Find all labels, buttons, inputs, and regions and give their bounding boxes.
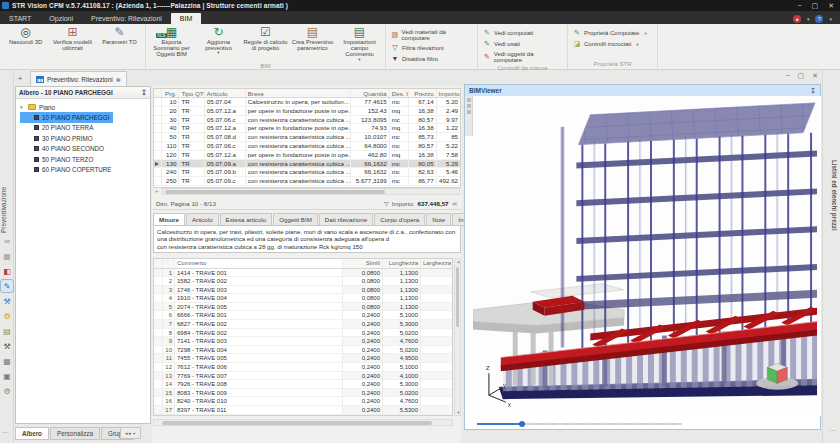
ribbon-tab[interactable]: BIM bbox=[171, 13, 201, 24]
estimate-row[interactable]: 30 TR 05.07.06.c con resistenza caratter… bbox=[154, 116, 460, 125]
estimate-row[interactable]: 20 TR 05.07.12.a per opere in fondazione… bbox=[154, 107, 460, 116]
bottom-tab[interactable]: Albero bbox=[15, 427, 49, 440]
ribbon-small-button[interactable]: ▨ Vedi materiali da computare bbox=[388, 28, 475, 42]
measure-row[interactable]: 4 1910 - TRAVE 004 0,0800 1,1300 bbox=[154, 294, 452, 303]
title-bar: STR Vision CPM v.5.7.41108.17 : (Azienda… bbox=[0, 0, 840, 11]
tab-nav-buttons[interactable]: ◂ ▸ + bbox=[120, 427, 141, 439]
minimize-icon[interactable]: − bbox=[797, 2, 801, 10]
measure-row[interactable]: 16 8240 - TRAVE 010 0,2400 4,7600 bbox=[154, 397, 452, 406]
estimate-row[interactable]: 240 TR 05.07.09.b con resistenza caratte… bbox=[154, 168, 460, 177]
ribbon-button[interactable]: ▦ XLS Esporta Sommario per Oggetti BIM bbox=[148, 25, 195, 62]
viewer-zoom-slider[interactable] bbox=[473, 418, 813, 429]
measure-row[interactable]: 8 6984 - TRAVE 002 0,2400 5,0200 bbox=[154, 329, 452, 338]
measure-row[interactable]: 6 6666 - TRAVE 001 0,2400 5,1000 bbox=[154, 311, 452, 320]
ribbon-small-button[interactable]: ✎ Vedi usati bbox=[480, 39, 565, 49]
right-panel-tab[interactable]: Listini ed elenchi prezzi bbox=[826, 160, 838, 320]
ribbon-button[interactable]: ☑ Regole di calcolo di progetto bbox=[242, 25, 289, 62]
bim-3d-canvas[interactable]: Z Y X bbox=[473, 96, 821, 416]
close-icon[interactable]: ✕ bbox=[828, 2, 834, 10]
groups-icon[interactable]: ▤ bbox=[1, 325, 13, 337]
ribbon-small-button[interactable]: ◪ Controlli incrociati ▾ bbox=[570, 39, 655, 49]
measure-row[interactable]: 11 7455 - TRAVE 005 0,2400 4,9500 bbox=[154, 354, 452, 363]
settings-icon[interactable]: ⚙ bbox=[1, 385, 13, 397]
ribbon-small-button[interactable]: ✎ Vedi oggetti da computare bbox=[480, 50, 565, 64]
grid-icon[interactable]: ▦ bbox=[1, 355, 13, 367]
ribbon-button[interactable]: ▤ Crea Preventivo parametrico bbox=[289, 25, 336, 62]
ribbon-button[interactable]: ↻ Aggiorna preventivo ▾ bbox=[195, 25, 242, 62]
ribbon-button[interactable]: ◎ Nascondi 3D bbox=[2, 25, 49, 60]
estimate-row[interactable]: 50 TR 05.07.08.d con resistenza caratter… bbox=[154, 133, 460, 142]
measure-row[interactable]: 5 2074 - TRAVE 005 0,0800 1,1300 bbox=[154, 303, 452, 312]
filter-icon[interactable]: ▽ bbox=[384, 200, 389, 207]
measure-row[interactable]: 12 7612 - TRAVE 006 0,2400 5,1000 bbox=[154, 363, 452, 372]
pane-maximize-icon[interactable]: ▢ bbox=[798, 72, 805, 80]
measures-hscrollbar[interactable] bbox=[153, 419, 453, 426]
link-icon[interactable]: ∞ bbox=[1, 235, 13, 247]
estimate-row[interactable]: 110 TR 05.07.06.c con resistenza caratte… bbox=[154, 142, 460, 151]
new-row-icon[interactable]: + bbox=[155, 188, 159, 194]
ribbon-small-button[interactable]: ▼ Disattiva filtro bbox=[388, 54, 475, 63]
tree-item[interactable]: 50 PIANO TERZO bbox=[20, 154, 150, 165]
pin-icon[interactable]: ↧ bbox=[810, 87, 816, 95]
ribbon-tab[interactable]: START bbox=[0, 13, 40, 24]
estimate-row[interactable]: 10 TR 05.07.04 Calcestruzzo in opera, pe… bbox=[154, 98, 460, 107]
estimate-hscrollbar[interactable] bbox=[162, 188, 460, 195]
measure-row[interactable]: 15 8083 - TRAVE 009 0,2400 5,0200 bbox=[154, 389, 452, 398]
crane-icon[interactable]: ⚒ bbox=[1, 295, 13, 307]
tree-item[interactable]: 30 PIANO PRIMO bbox=[20, 133, 150, 144]
pane-close-icon[interactable]: ✕ bbox=[812, 72, 818, 80]
estimate-row[interactable]: 130 TR 05.07.09.a con resistenza caratte… bbox=[154, 160, 460, 169]
image-icon[interactable]: ▣ bbox=[1, 370, 13, 382]
measure-row[interactable]: 17 8397 - TRAVE 011 0,2400 5,5300 bbox=[154, 406, 452, 415]
measure-row[interactable]: 7 6827 - TRAVE 002 0,2400 5,3000 bbox=[154, 320, 452, 329]
measure-row[interactable]: 2 1582 - TRAVE 002 0,0800 1,1300 bbox=[154, 277, 452, 286]
ribbon-tab[interactable]: Preventivo: Rilevazioni bbox=[82, 13, 171, 24]
chevron-down-icon[interactable]: ▾ bbox=[807, 16, 810, 22]
red-building-icon[interactable]: ◧ bbox=[1, 265, 13, 277]
ribbon-button[interactable]: ✎ Parametri TO bbox=[96, 25, 143, 60]
measure-row[interactable]: 1 1414 - TRAVE 001 0,0800 1,1300 bbox=[154, 269, 452, 278]
ribbon-small-button[interactable]: ▽ Filtra rilevazioni bbox=[388, 43, 475, 53]
pin-icon[interactable]: ↧ bbox=[141, 89, 147, 97]
resources-icon[interactable]: ⚙ bbox=[1, 310, 13, 322]
help-icon[interactable]: ? bbox=[815, 15, 823, 23]
slider-thumb[interactable] bbox=[519, 421, 525, 427]
ribbon-button[interactable]: ▤ Impostazioni campo Commento ▾ bbox=[336, 25, 383, 62]
tab-close-icon[interactable]: ⊗ bbox=[116, 76, 121, 83]
rail-more-button[interactable]: ⋯ bbox=[2, 429, 9, 437]
ribbon-tab[interactable]: Opzioni bbox=[40, 13, 82, 24]
viewer-mini-toolbar[interactable] bbox=[465, 96, 473, 136]
maximize-icon[interactable]: ▢ bbox=[812, 2, 819, 10]
estimate-row[interactable]: 120 TR 05.07.12.a per opere in fondazion… bbox=[154, 151, 460, 160]
add-tab-button[interactable]: + bbox=[14, 73, 26, 85]
document-tab[interactable]: Preventivo: Rilevazioni ⊗ bbox=[30, 71, 127, 86]
pane-minimize-icon[interactable]: − bbox=[785, 72, 789, 80]
tools-icon[interactable]: ⚒ bbox=[1, 340, 13, 352]
tree-item[interactable]: 40 PIANO SECONDO bbox=[20, 144, 150, 155]
estimate-row[interactable]: 40 TR 05.07.12.a per opere in fondazione… bbox=[154, 124, 460, 133]
tree-root[interactable]: ▾ Piano bbox=[20, 102, 150, 112]
measures-vscrollbar[interactable]: ▲ ▼ bbox=[454, 258, 461, 416]
collapse-icon[interactable]: ≪ bbox=[452, 200, 458, 207]
ribbon-small-button[interactable]: ✎ Proprietà Computate ▾ bbox=[570, 28, 655, 38]
tree-item[interactable]: 10 PIANO PARCHEGGI bbox=[20, 112, 113, 123]
ribbon-small-button[interactable]: ✎ Vedi computati bbox=[480, 28, 565, 38]
plant-icon[interactable]: ▦ bbox=[1, 250, 13, 262]
rail-more-button[interactable]: ⋯ bbox=[829, 427, 836, 435]
ribbon-button[interactable]: ⊞ Verifica modelli utilizzati bbox=[49, 25, 96, 60]
measure-row[interactable]: 3 1746 - TRAVE 003 0,0800 1,1300 bbox=[154, 286, 452, 295]
measurement-icon[interactable]: ✎ bbox=[1, 280, 13, 292]
measure-row[interactable]: 13 7769 - TRAVE 007 0,2400 4,1000 bbox=[154, 372, 452, 381]
tree-expander-icon[interactable]: ▾ bbox=[20, 104, 25, 110]
floor-icon bbox=[34, 115, 39, 120]
measure-row[interactable]: 9 7141 - TRAVE 003 0,2400 4,7600 bbox=[154, 337, 452, 346]
tree-item[interactable]: 20 PIANO TERRA bbox=[20, 123, 150, 134]
chevron-down-icon[interactable]: ▾ bbox=[829, 16, 832, 22]
record-icon[interactable]: ● bbox=[793, 15, 801, 23]
bottom-tab[interactable]: Personalizza bbox=[50, 427, 100, 440]
measure-row[interactable]: 14 7926 - TRAVE 008 0,2400 5,3000 bbox=[154, 380, 452, 389]
tree-item[interactable]: 60 PIANO COPERTURE bbox=[20, 165, 150, 176]
estimate-row[interactable]: 250 TR 05.07.09.c con resistenza caratte… bbox=[154, 177, 460, 186]
estimate-grid-header: Prg. Tipo QTO Articolo Breve Quantità De… bbox=[154, 89, 460, 98]
measure-row[interactable]: 10 7298 - TRAVE 004 0,2400 5,0200 bbox=[154, 346, 452, 355]
